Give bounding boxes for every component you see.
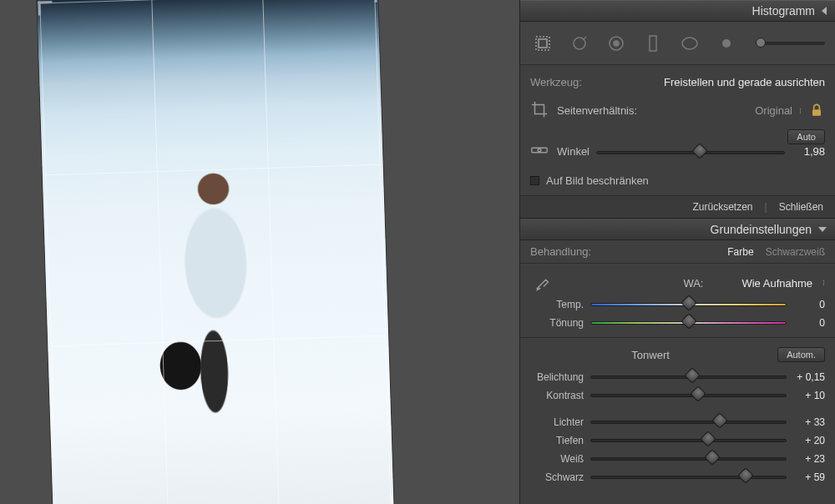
wb-menu-icon[interactable]: ⁞ xyxy=(819,279,825,287)
contrast-label: Kontrast xyxy=(530,390,590,401)
histogram-header[interactable]: Histogramm xyxy=(520,0,835,22)
crop-section: Werkzeug: Freistellen und gerade ausrich… xyxy=(520,65,835,196)
wb-label: WA: xyxy=(683,277,703,290)
gradient-tool-icon[interactable] xyxy=(640,31,665,56)
redeye-tool-icon[interactable] xyxy=(604,31,629,56)
shadows-label: Tiefen xyxy=(530,435,590,446)
basic-header-label: Grundeinstellungen xyxy=(711,223,812,236)
exposure-value[interactable]: + 0,15 xyxy=(787,371,825,383)
collapse-icon xyxy=(822,7,827,15)
svg-point-10 xyxy=(538,149,541,152)
treatment-bw[interactable]: Schwarzweiß xyxy=(754,246,825,258)
angle-slider[interactable] xyxy=(596,147,785,157)
treatment-color[interactable]: Farbe xyxy=(716,246,753,258)
tint-label: Tönung xyxy=(530,317,590,329)
aspect-value[interactable]: Original xyxy=(755,104,792,117)
photo[interactable] xyxy=(37,0,393,504)
contrast-value[interactable]: + 10 xyxy=(787,390,825,401)
svg-rect-5 xyxy=(650,36,656,51)
chevron-down-icon xyxy=(818,227,827,232)
tool-label: Werkzeug: xyxy=(530,76,582,88)
exposure-slider[interactable] xyxy=(590,371,787,383)
crop-handle-tr[interactable] xyxy=(365,0,377,3)
temp-value[interactable]: 0 xyxy=(787,299,825,310)
svg-point-7 xyxy=(722,39,731,48)
spot-tool-icon[interactable] xyxy=(567,31,592,56)
angle-label: Winkel xyxy=(557,145,590,158)
shadows-slider[interactable] xyxy=(590,435,787,446)
tint-row: Tönung 0 xyxy=(530,314,825,332)
tool-strip xyxy=(520,22,835,65)
tint-slider[interactable] xyxy=(590,317,787,329)
constrain-label: Auf Bild beschränken xyxy=(546,174,649,187)
temp-row: Temp. 0 xyxy=(530,295,825,314)
close-button[interactable]: Schließen xyxy=(776,201,827,213)
svg-rect-1 xyxy=(539,39,547,48)
highlights-label: Lichter xyxy=(530,416,590,428)
eyedropper-icon[interactable] xyxy=(530,270,555,295)
lock-icon[interactable] xyxy=(808,102,825,120)
svg-point-4 xyxy=(614,41,619,46)
tone-auto-button[interactable]: Autom. xyxy=(777,347,825,362)
tone-label: Tonwert xyxy=(631,349,670,361)
whites-slider[interactable] xyxy=(590,453,787,465)
blacks-label: Schwarz xyxy=(530,471,590,483)
crop-tool-icon[interactable] xyxy=(530,31,555,56)
svg-point-6 xyxy=(682,38,697,49)
wb-section: WA: Wie Aufnahme ⁞ Temp. 0 Tönung 0 xyxy=(520,264,835,338)
svg-rect-8 xyxy=(812,109,821,116)
crop-frame-icon[interactable] xyxy=(530,100,550,121)
radial-tool-icon[interactable] xyxy=(677,31,702,56)
blacks-slider[interactable] xyxy=(590,471,787,483)
angle-value[interactable]: 1,98 xyxy=(792,145,825,158)
highlights-slider[interactable] xyxy=(590,416,787,428)
crop-footer: Zurücksetzen | Schließen xyxy=(520,196,835,219)
temp-slider[interactable] xyxy=(590,299,787,310)
right-panel: Histogramm Werkzeug: Freistellen und ger… xyxy=(519,0,835,504)
brush-tool-icon[interactable] xyxy=(714,31,739,56)
treatment-row: Behandlung: Farbe Schwarzweiß xyxy=(520,240,835,264)
basic-header[interactable]: Grundeinstellungen xyxy=(520,219,835,240)
exposure-label: Belichtung xyxy=(530,371,590,383)
wb-value[interactable]: Wie Aufnahme xyxy=(741,277,812,290)
brush-size-slider[interactable] xyxy=(756,42,825,45)
image-viewer[interactable] xyxy=(0,0,519,504)
tone-section: Tonwert Autom. Belichtung+ 0,15 Kontrast… xyxy=(520,338,835,491)
reset-button[interactable]: Zurücksetzen xyxy=(689,201,756,213)
highlights-value[interactable]: + 33 xyxy=(787,416,825,428)
whites-label: Weiß xyxy=(530,453,590,465)
tool-name: Freistellen und gerade ausrichten xyxy=(664,76,825,88)
temp-label: Temp. xyxy=(530,299,590,310)
blacks-value[interactable]: + 59 xyxy=(787,471,825,483)
constrain-checkbox[interactable] xyxy=(530,176,539,185)
histogram-label: Histogramm xyxy=(752,4,815,18)
aspect-menu-icon[interactable]: ⁞ xyxy=(799,107,802,115)
shadows-value[interactable]: + 20 xyxy=(787,435,825,446)
angle-auto-button[interactable]: Auto xyxy=(787,129,825,144)
treatment-label: Behandlung: xyxy=(530,245,591,258)
crop-overlay[interactable] xyxy=(39,0,391,504)
level-icon[interactable] xyxy=(530,141,550,162)
contrast-slider[interactable] xyxy=(590,390,787,401)
aspect-label: Seitenverhältnis: xyxy=(557,104,637,117)
tint-value[interactable]: 0 xyxy=(787,317,825,329)
whites-value[interactable]: + 23 xyxy=(787,453,825,465)
